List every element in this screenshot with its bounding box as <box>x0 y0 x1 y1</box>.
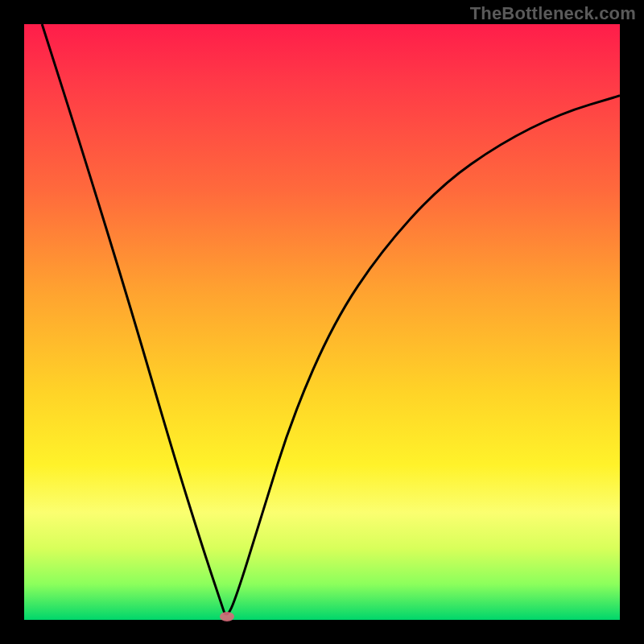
plot-area <box>24 24 620 620</box>
bottleneck-curve <box>42 24 620 614</box>
chart-frame: TheBottleneck.com <box>0 0 644 644</box>
min-marker <box>220 612 234 621</box>
watermark-text: TheBottleneck.com <box>470 3 636 24</box>
curve-svg <box>24 24 620 620</box>
